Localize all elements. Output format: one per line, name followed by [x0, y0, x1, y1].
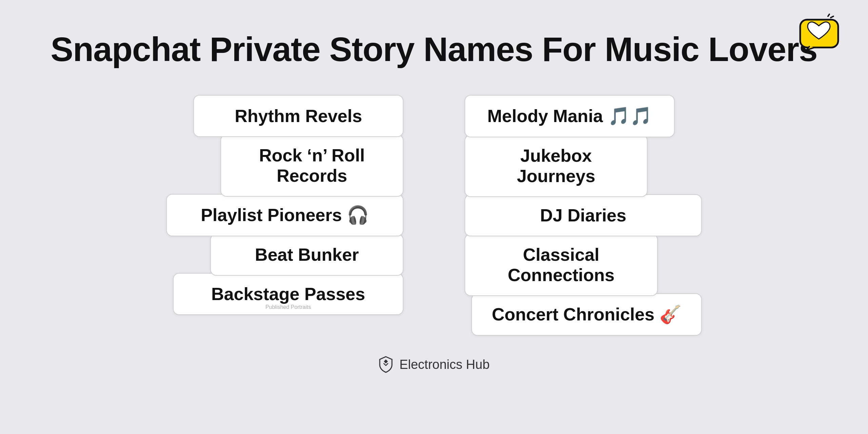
list-item: Rock ‘n’ Roll Records — [220, 134, 403, 197]
svg-line-1 — [831, 16, 833, 18]
card-text-beat-bunker: Beat Bunker — [255, 244, 359, 265]
footer-brand-label: Electronics Hub — [399, 357, 490, 372]
left-column: Rhythm Revels Rock ‘n’ Roll Records Play… — [166, 95, 403, 315]
list-item: Melody Mania 🎵🎵 — [465, 95, 675, 137]
card-text-playlist-pioneers: Playlist Pioneers 🎧 — [201, 205, 369, 225]
list-item: Rhythm Revels — [193, 95, 403, 137]
list-item: DJ Diaries — [465, 194, 702, 236]
footer: Electronics Hub — [27, 356, 841, 373]
card-text-backstage-passes: Backstage Passes — [211, 284, 365, 304]
electronics-hub-logo — [378, 356, 393, 373]
card-text-classical-connections: Classical Connections — [479, 244, 644, 285]
list-item: Playlist Pioneers 🎧 — [166, 194, 403, 236]
card-text-jukebox-journeys: Jukebox Journeys — [479, 145, 633, 186]
card-text-melody-mania: Melody Mania 🎵🎵 — [487, 106, 652, 126]
list-item: Classical Connections — [465, 234, 658, 296]
watermark-label: Published Portraits — [265, 304, 311, 310]
page-wrapper: Snapchat Private Story Names For Music L… — [0, 0, 868, 434]
list-item: Beat Bunker — [210, 234, 403, 276]
list-item: Concert Chronicles 🎸 — [471, 293, 702, 336]
page-title: Snapchat Private Story Names For Music L… — [27, 31, 841, 68]
list-item: Jukebox Journeys — [465, 135, 648, 197]
logo-container — [797, 14, 841, 51]
columns-wrapper: Rhythm Revels Rock ‘n’ Roll Records Play… — [27, 95, 841, 336]
card-text-rock-n-roll: Rock ‘n’ Roll Records — [235, 145, 389, 186]
card-text-concert-chronicles: Concert Chronicles 🎸 — [492, 304, 681, 325]
snapchat-logo-icon — [797, 14, 841, 51]
right-column: Melody Mania 🎵🎵 Jukebox Journeys DJ Diar… — [465, 95, 702, 336]
card-text-rhythm-revels: Rhythm Revels — [235, 106, 362, 126]
card-text-dj-diaries: DJ Diaries — [540, 205, 626, 225]
svg-line-0 — [828, 14, 829, 16]
shield-icon — [378, 356, 393, 373]
list-item: Backstage Passes Published Portraits — [173, 273, 403, 315]
